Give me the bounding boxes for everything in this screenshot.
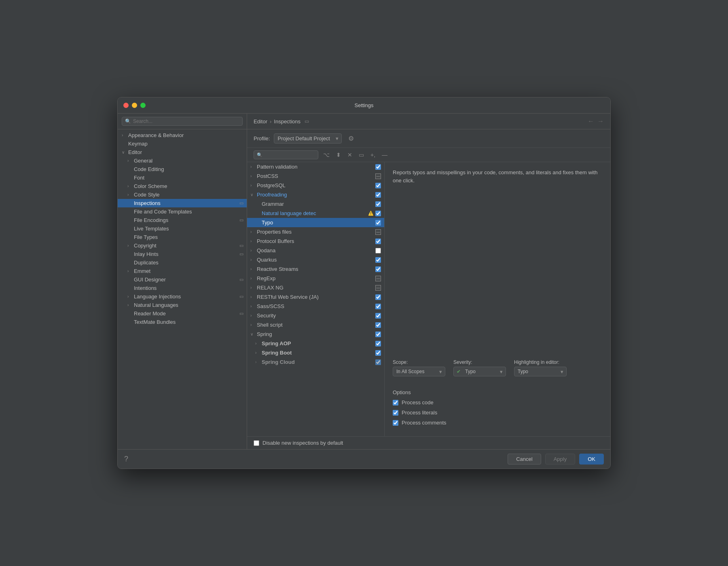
insp-item-spring-boot[interactable]: › Spring Boot [247,348,384,357]
insp-checkbox[interactable] [375,248,381,253]
insp-item-properties-files[interactable]: › Properties files — [247,227,384,237]
expand-all-button[interactable]: ⬍ [334,151,343,159]
forward-arrow-icon[interactable]: → [597,118,604,125]
insp-item-restful-web-service[interactable]: › RESTful Web Service (JA) [247,292,384,302]
insp-item-regexp[interactable]: › RegExp — [247,274,384,283]
insp-checkbox-partial[interactable]: — [375,276,381,281]
insp-item-spring-cloud[interactable]: › Spring Cloud [247,357,384,367]
insp-checkbox[interactable] [375,359,381,365]
insp-checkbox[interactable] [375,220,381,226]
sidebar-item-file-encodings[interactable]: File Encodings ▭ [118,216,247,224]
sidebar-item-gui-designer[interactable]: GUI Designer ▭ [118,275,247,284]
insp-item-quarkus[interactable]: › Quarkus [247,255,384,264]
process-code-checkbox[interactable] [393,400,398,405]
close-button[interactable] [123,103,129,108]
sidebar-item-copyright[interactable]: › Copyright ▭ [118,241,247,250]
insp-checkbox-partial[interactable]: — [375,173,381,179]
sidebar-item-color-scheme[interactable]: › Color Scheme [118,182,247,190]
insp-checkbox[interactable] [375,257,381,263]
insp-checkbox[interactable] [375,304,381,309]
insp-checkbox[interactable] [375,350,381,356]
minimize-button[interactable] [132,103,137,108]
disable-new-inspections-checkbox[interactable] [254,440,259,446]
add-inspection-button[interactable]: +, [369,151,377,159]
insp-checkbox[interactable] [375,266,381,272]
sidebar-item-intentions[interactable]: Intentions [118,284,247,292]
profile-select-wrap[interactable]: Project Default Project [274,133,342,144]
insp-checkbox[interactable] [375,341,381,346]
insp-checkbox[interactable] [375,164,381,170]
window-pin-icon[interactable]: ▭ [305,118,309,124]
ok-button[interactable]: OK [579,454,604,465]
sidebar-item-emmet[interactable]: › Emmet [118,267,247,275]
insp-checkbox[interactable] [375,322,381,328]
sidebar-item-inlay-hints[interactable]: Inlay Hints ▭ [118,250,247,258]
insp-item-protocol-buffers[interactable]: › Protocol Buffers [247,237,384,246]
insp-item-postgresql[interactable]: › PostgreSQL [247,181,384,190]
panel-layout-button[interactable]: ▭ [357,151,366,159]
scope-select[interactable]: In All Scopes [393,367,445,376]
insp-item-postcss[interactable]: › PostCSS — [247,171,384,181]
insp-checkbox[interactable] [375,313,381,319]
sidebar-item-appearance[interactable]: › Appearance & Behavior [118,131,247,139]
insp-item-typo[interactable]: Typo [247,218,384,227]
back-arrow-icon[interactable]: ← [588,118,594,125]
insp-item-proofreading[interactable]: ∨ Proofreading [247,190,384,199]
severity-select-wrap[interactable]: ✔ Typo [453,367,506,376]
filter-button[interactable]: ⌥ [322,151,331,159]
maximize-button[interactable] [140,103,146,108]
insp-item-relax-ng[interactable]: › RELAX NG — [247,283,384,292]
remove-inspection-button[interactable]: — [380,151,389,159]
profile-gear-button[interactable]: ⚙ [346,134,356,143]
sidebar-item-inspections[interactable]: Inspections ▭ [118,199,247,207]
severity-select[interactable]: Typo [453,367,506,376]
sidebar-item-live-templates[interactable]: Live Templates [118,224,247,233]
insp-checkbox[interactable] [375,294,381,300]
insp-item-shell-script[interactable]: › Shell script [247,320,384,329]
sidebar-item-language-injections[interactable]: › Language Injections ▭ [118,292,247,301]
insp-item-pattern-validation[interactable]: › Pattern validation [247,162,384,171]
sidebar-item-file-code-templates[interactable]: File and Code Templates [118,207,247,216]
insp-checkbox[interactable] [375,192,381,198]
highlighting-select-wrap[interactable]: Typo [514,367,567,376]
sidebar-item-file-types[interactable]: File Types [118,233,247,241]
sidebar-item-code-style[interactable]: › Code Style [118,190,247,199]
scope-select-wrap[interactable]: In All Scopes [393,367,445,376]
insp-item-reactive-streams[interactable]: › Reactive Streams [247,264,384,274]
sidebar-search-input[interactable] [133,118,239,124]
inspections-search-wrap[interactable]: 🔍 [254,150,318,159]
insp-item-spring-aop[interactable]: › Spring AOP [247,339,384,348]
sidebar-item-keymap[interactable]: Keymap [118,139,247,148]
insp-checkbox[interactable] [375,201,381,207]
insp-item-grammar[interactable]: Grammar [247,199,384,209]
sidebar-item-natural-languages[interactable]: › Natural Languages [118,301,247,309]
insp-checkbox-partial[interactable]: — [375,285,381,291]
apply-button[interactable]: Apply [545,454,576,465]
insp-checkbox[interactable] [375,183,381,188]
sidebar-search-wrap[interactable]: 🔍 [122,117,243,126]
insp-item-spring[interactable]: ∨ Spring [247,329,384,339]
profile-select[interactable]: Project Default Project [274,133,342,144]
process-literals-checkbox[interactable] [393,410,398,416]
insp-item-natural-lang-detect[interactable]: Natural language detec ⚠️ [247,209,384,218]
insp-item-sass-scss[interactable]: › Sass/SCSS [247,302,384,311]
insp-item-security[interactable]: › Security [247,311,384,320]
cancel-button[interactable]: Cancel [508,454,541,465]
sidebar-item-reader-mode[interactable]: Reader Mode ▭ [118,309,247,318]
help-icon[interactable]: ? [124,455,128,463]
sidebar-item-general[interactable]: › General [118,156,247,165]
process-comments-checkbox[interactable] [393,420,398,426]
insp-item-qodana[interactable]: › Qodana [247,246,384,255]
sidebar-item-editor[interactable]: ∨ Editor [118,148,247,156]
insp-checkbox[interactable] [375,239,381,244]
insp-checkbox[interactable] [375,332,381,337]
insp-checkbox-partial[interactable]: — [375,229,381,235]
sidebar-item-textmate-bundles[interactable]: TextMate Bundles [118,318,247,326]
sidebar-item-duplicates[interactable]: Duplicates [118,258,247,267]
insp-checkbox[interactable] [375,211,381,216]
inspections-search-input[interactable] [264,152,315,158]
highlighting-select[interactable]: Typo [514,367,567,376]
sidebar-item-font[interactable]: Font [118,173,247,182]
sidebar-item-code-editing[interactable]: Code Editing [118,165,247,173]
collapse-all-button[interactable]: ✕ [346,151,354,159]
